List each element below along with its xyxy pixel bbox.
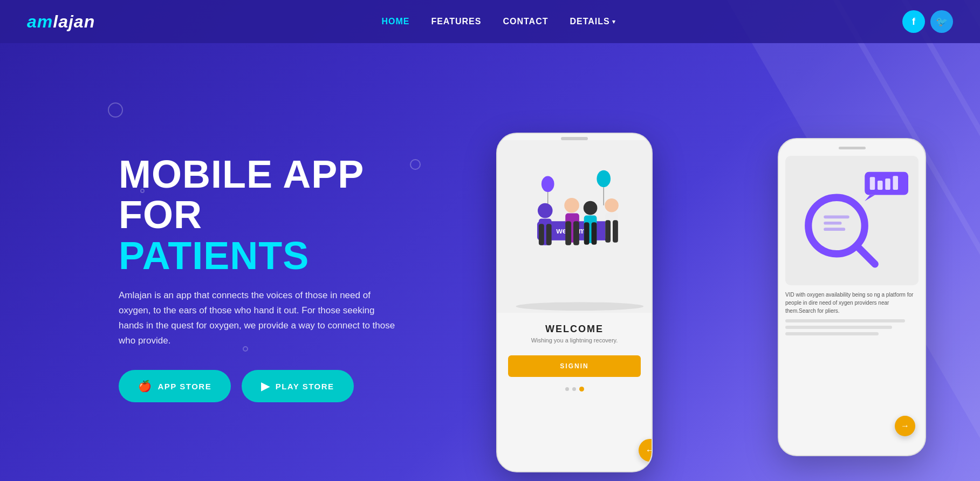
hero-section: MOBILE APP FOR PATIENTS Amlajan is an ap…	[0, 43, 980, 481]
svg-rect-27	[870, 177, 875, 190]
svg-rect-18	[592, 222, 597, 244]
hero-content: MOBILE APP FOR PATIENTS Amlajan is an ap…	[119, 154, 421, 403]
logo-text: amlajan	[27, 12, 95, 32]
svg-rect-28	[878, 181, 883, 190]
phone-illustration: welcome!	[497, 140, 652, 313]
svg-rect-34	[824, 222, 841, 225]
svg-point-23	[516, 302, 644, 311]
svg-rect-33	[824, 216, 849, 219]
svg-rect-13	[565, 221, 571, 245]
dot-1	[565, 387, 569, 391]
logo[interactable]: amlajan	[27, 12, 95, 32]
text-line-1	[785, 319, 905, 322]
dot-2	[572, 387, 576, 391]
apple-icon: 🍎	[138, 380, 153, 393]
svg-rect-22	[613, 220, 618, 242]
phone-back-description: VID with oxygen availability being so ng…	[785, 291, 919, 315]
hero-description: Amlajan is an app that connects the voic…	[119, 288, 399, 348]
nav-details[interactable]: DETAILS ▾	[570, 17, 615, 26]
phone-welcome-section: WELCOME Wishing you a lightning recovery…	[520, 318, 629, 349]
phone-screen: welcome!	[497, 140, 652, 456]
phone-pagination-dots	[565, 387, 584, 391]
nav-links: HOME FEATURES CONTACT DETAILS ▾	[381, 17, 615, 26]
twitter-icon: 🐦	[936, 16, 948, 28]
play-icon: ▶	[261, 380, 270, 393]
phone-back-illustration	[785, 156, 919, 285]
svg-point-5	[597, 170, 611, 188]
phone-back-mockup: VID with oxygen availability being so ng…	[778, 138, 926, 456]
svg-rect-9	[539, 224, 544, 245]
svg-rect-35	[824, 228, 845, 231]
nav-home[interactable]: HOME	[381, 17, 409, 26]
svg-point-19	[605, 198, 619, 212]
hero-buttons: 🍎 APP STORE ▶ PLAY STORE	[119, 370, 421, 402]
play-store-button[interactable]: ▶ PLAY STORE	[242, 370, 353, 402]
text-line-3	[785, 332, 879, 335]
navbar: amlajan HOME FEATURES CONTACT DETAILS ▾ …	[0, 0, 980, 43]
chevron-down-icon: ▾	[612, 18, 616, 25]
svg-point-15	[584, 201, 598, 215]
hero-title: MOBILE APP FOR PATIENTS	[119, 154, 421, 277]
svg-rect-14	[573, 221, 579, 245]
nav-contact[interactable]: CONTACT	[503, 17, 548, 26]
phone-welcome-subtitle: Wishing you a lightning recovery.	[531, 337, 618, 343]
facebook-button[interactable]: f	[902, 10, 925, 33]
phone-signin-button[interactable]: SIGNIN	[508, 355, 641, 377]
facebook-icon: f	[912, 16, 915, 28]
svg-rect-29	[885, 178, 890, 190]
svg-rect-30	[893, 176, 899, 190]
svg-point-7	[538, 203, 553, 218]
text-line-2	[785, 326, 892, 329]
svg-rect-21	[605, 220, 611, 242]
phone-back-content: VID with oxygen availability being so ng…	[779, 149, 925, 342]
phone-front-mockup: welcome!	[496, 133, 653, 472]
svg-rect-17	[584, 222, 590, 244]
analytics-svg	[785, 156, 919, 285]
nav-features[interactable]: FEATURES	[431, 17, 481, 26]
nav-social: f 🐦	[902, 10, 953, 33]
phone-back-text-lines	[785, 319, 919, 335]
phones-container: welcome!	[453, 84, 937, 472]
app-store-button[interactable]: 🍎 APP STORE	[119, 370, 231, 402]
svg-rect-10	[546, 224, 552, 245]
twitter-button[interactable]: 🐦	[930, 10, 953, 33]
phone-welcome-title: WELCOME	[531, 324, 618, 335]
svg-point-3	[542, 176, 554, 193]
svg-point-11	[564, 198, 579, 213]
phone-next-arrow[interactable]: →	[895, 416, 915, 436]
dot-3-active	[579, 387, 584, 391]
people-illustration-svg: welcome!	[497, 156, 652, 313]
